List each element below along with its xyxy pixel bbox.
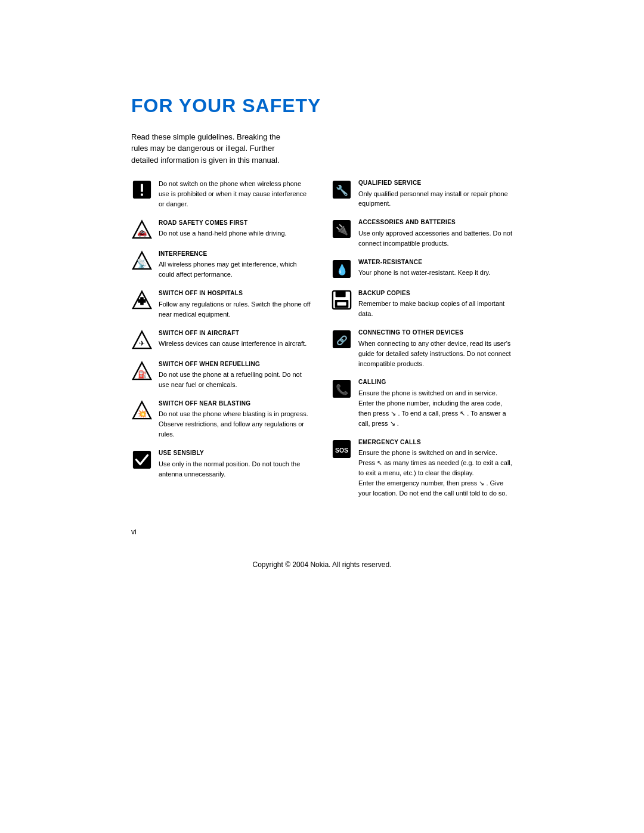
list-item: BACKUP COPIES Remember to make backup co… <box>331 289 513 319</box>
phone-call-icon: 📞 <box>331 378 352 400</box>
warning-triangle-cross-icon <box>131 289 153 311</box>
list-item: USE SENSIBLY Use only in the normal posi… <box>131 449 313 479</box>
svg-rect-1 <box>141 184 143 192</box>
svg-rect-10 <box>138 299 145 303</box>
list-item: SOS EMERGENCY CALLS Ensure the phone is … <box>331 438 513 498</box>
svg-text:💧: 💧 <box>336 263 349 275</box>
warning-triangle-signal-icon: 📡 <box>131 250 153 271</box>
list-item: 💧 WATER-RESISTANCE Your phone is not wat… <box>331 258 513 280</box>
item-backup-copies: BACKUP COPIES Remember to make backup co… <box>358 289 513 319</box>
content-columns: Do not switch on the phone when wireless… <box>131 179 513 508</box>
item-qualified-service: QUALIFIED SERVICE Only qualified personn… <box>358 179 513 209</box>
intro-text: Read these simple guidelines. Breaking t… <box>131 131 286 166</box>
item-calling: CALLING Ensure the phone is switched on … <box>358 378 513 428</box>
svg-text:✈: ✈ <box>139 339 145 348</box>
wrench-icon: 🔧 <box>331 179 352 200</box>
warning-triangle-car-icon: 🚗 ⊘ <box>131 219 153 240</box>
item-switch-off-hospitals: SWITCH OFF IN HOSPITALS Follow any regul… <box>159 289 313 319</box>
warning-triangle-fuel-icon: ⛽ <box>131 360 153 382</box>
list-item: ✈ SWITCH OFF IN AIRCRAFT Wireless device… <box>131 329 313 351</box>
list-item: 🔌 ACCESSORIES AND BATTERIES Use only app… <box>331 218 513 248</box>
list-item: 📡 INTERFERENCE All wireless phones may g… <box>131 250 313 280</box>
right-column: 🔧 QUALIFIED SERVICE Only qualified perso… <box>331 179 513 508</box>
item-interference: INTERFERENCE All wireless phones may get… <box>159 250 313 280</box>
list-item: SWITCH OFF IN HOSPITALS Follow any regul… <box>131 289 313 319</box>
list-item: ⛽ SWITCH OFF WHEN REFUELLING Do not use … <box>131 360 313 390</box>
footer-page-number: vi <box>131 528 137 536</box>
checkmark-icon <box>131 449 153 470</box>
sos-icon: SOS <box>331 438 352 460</box>
list-item: 🔧 QUALIFIED SERVICE Only qualified perso… <box>331 179 513 209</box>
floppy-icon <box>331 289 352 311</box>
page-title: FOR YOUR SAFETY <box>131 95 513 117</box>
footer-area: vi Copyright © 2004 Nokia. All rights re… <box>131 526 513 569</box>
item-connecting-devices: CONNECTING TO OTHER DEVICES When connect… <box>358 329 513 368</box>
svg-text:SOS: SOS <box>335 447 348 453</box>
svg-rect-2 <box>141 194 143 196</box>
svg-text:📞: 📞 <box>336 383 349 396</box>
water-drop-icon: 💧 <box>331 258 352 280</box>
item-road-safety: ROAD SAFETY COMES FIRST Do not use a han… <box>159 219 313 239</box>
svg-rect-25 <box>336 291 346 297</box>
warning-triangle-plane-icon: ✈ <box>131 329 153 351</box>
item-switch-off-blasting: SWITCH OFF NEAR BLASTING Do not use the … <box>159 400 313 439</box>
warning-triangle-blast-icon: 💥 <box>131 400 153 421</box>
list-item: Do not switch on the phone when wireless… <box>131 179 313 209</box>
svg-text:💥: 💥 <box>138 409 147 419</box>
svg-rect-27 <box>337 302 346 306</box>
svg-text:🔧: 🔧 <box>336 184 349 197</box>
svg-text:⊘: ⊘ <box>139 228 145 236</box>
svg-text:📡: 📡 <box>137 258 147 269</box>
list-item: 🚗 ⊘ ROAD SAFETY COMES FIRST Do not use a… <box>131 219 313 240</box>
connect-icon: 🔗 <box>331 329 352 350</box>
exclamation-square-icon <box>131 179 153 200</box>
list-item: 🔗 CONNECTING TO OTHER DEVICES When conne… <box>331 329 513 368</box>
left-column: Do not switch on the phone when wireless… <box>131 179 313 508</box>
plug-icon: 🔌 <box>331 218 352 240</box>
item-switch-off-refuelling: SWITCH OFF WHEN REFUELLING Do not use th… <box>159 360 313 390</box>
item-water-resistance: WATER-RESISTANCE Your phone is not water… <box>358 258 513 278</box>
page-container: FOR YOUR SAFETY Read these simple guidel… <box>107 59 537 775</box>
item-no-switch-on: Do not switch on the phone when wireless… <box>159 179 313 209</box>
footer-copyright: Copyright © 2004 Nokia. All rights reser… <box>131 561 513 569</box>
item-switch-off-aircraft: SWITCH OFF IN AIRCRAFT Wireless devices … <box>159 329 313 349</box>
svg-text:🔌: 🔌 <box>336 224 349 236</box>
list-item: 💥 SWITCH OFF NEAR BLASTING Do not use th… <box>131 400 313 439</box>
item-use-sensibly: USE SENSIBLY Use only in the normal posi… <box>159 449 313 479</box>
item-emergency-calls: EMERGENCY CALLS Ensure the phone is swit… <box>358 438 513 498</box>
svg-text:🔗: 🔗 <box>336 335 348 346</box>
list-item: 📞 CALLING Ensure the phone is switched o… <box>331 378 513 428</box>
item-accessories-batteries: ACCESSORIES AND BATTERIES Use only appro… <box>358 218 513 248</box>
svg-text:⛽: ⛽ <box>138 370 147 379</box>
